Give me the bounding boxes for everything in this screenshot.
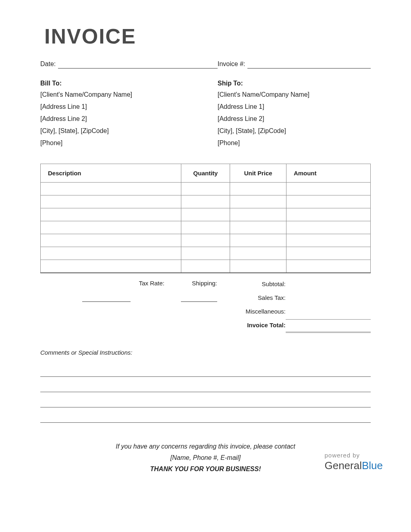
ship-to-heading: Ship To: <box>218 80 371 87</box>
qty-input[interactable] <box>181 234 230 247</box>
sales-tax-value <box>286 291 371 305</box>
bill-to-addr2: [Address Line 2] <box>40 115 218 123</box>
meta-row: Date: Invoice #: <box>40 60 371 69</box>
invoice-total-label: Invoice Total: <box>219 318 286 332</box>
desc-input[interactable] <box>41 208 181 221</box>
desc-input[interactable] <box>41 183 181 195</box>
bill-to-name: [Client's Name/Company Name] <box>40 91 218 98</box>
ship-to-phone: [Phone] <box>218 139 371 147</box>
amount-input[interactable] <box>286 234 370 247</box>
shipping-label: Shipping: <box>192 280 217 287</box>
comment-line-input[interactable] <box>40 398 371 407</box>
line-items-table: Description Quantity Unit Price Amount <box>40 164 371 273</box>
powered-by-badge: powered by GeneralBlue <box>324 452 383 472</box>
price-input[interactable] <box>230 260 286 272</box>
ship-to-city: [City], [State], [ZipCode] <box>218 127 371 135</box>
price-input[interactable] <box>230 183 286 195</box>
price-input[interactable] <box>230 208 286 221</box>
desc-input[interactable] <box>41 221 181 234</box>
bill-to-addr1: [Address Line 1] <box>40 103 218 110</box>
tax-rate-label: Tax Rate: <box>139 280 172 287</box>
miscellaneous-value <box>286 305 371 318</box>
bill-to-section: Bill To: [Client's Name/Company Name] [A… <box>40 80 218 152</box>
date-input[interactable] <box>58 60 218 69</box>
comment-line-input[interactable] <box>40 367 371 377</box>
qty-input[interactable] <box>181 183 230 195</box>
table-row <box>41 221 371 234</box>
table-row <box>41 195 371 208</box>
bill-to-heading: Bill To: <box>40 80 218 87</box>
qty-input[interactable] <box>181 247 230 260</box>
amount-input[interactable] <box>286 247 370 260</box>
desc-input[interactable] <box>41 247 181 260</box>
tax-rate-input[interactable] <box>82 295 131 302</box>
header-description: Description <box>41 164 181 183</box>
brand-name: GeneralBlue <box>324 459 383 472</box>
bill-to-phone: [Phone] <box>40 139 218 147</box>
price-input[interactable] <box>230 247 286 260</box>
table-row <box>41 183 371 195</box>
qty-input[interactable] <box>181 208 230 221</box>
qty-input[interactable] <box>181 195 230 208</box>
address-row: Bill To: [Client's Name/Company Name] [A… <box>40 80 371 152</box>
price-input[interactable] <box>230 195 286 208</box>
subtotal-value <box>286 277 371 291</box>
header-quantity: Quantity <box>181 164 230 183</box>
miscellaneous-label: Miscellaneous: <box>219 305 286 318</box>
invoice-number-label: Invoice #: <box>218 60 245 69</box>
qty-input[interactable] <box>181 260 230 272</box>
header-amount: Amount <box>286 164 370 183</box>
comment-line-input[interactable] <box>40 413 371 423</box>
amount-input[interactable] <box>286 183 370 195</box>
header-unit-price: Unit Price <box>230 164 286 183</box>
qty-input[interactable] <box>181 221 230 234</box>
desc-input[interactable] <box>41 260 181 272</box>
bill-to-city: [City], [State], [ZipCode] <box>40 127 218 135</box>
comments-label: Comments or Special Instructions: <box>40 349 371 356</box>
footer-contact-text: [Name, Phone #, E-mail] <box>40 454 371 461</box>
totals-area: Tax Rate: Shipping: Subtotal: Sales Tax:… <box>40 277 371 333</box>
ship-to-section: Ship To: [Client's Name/Company Name] [A… <box>218 80 371 152</box>
invoice-title: INVOICE <box>44 24 371 48</box>
desc-input[interactable] <box>41 234 181 247</box>
invoice-total-value <box>286 319 371 333</box>
table-row <box>41 247 371 260</box>
price-input[interactable] <box>230 221 286 234</box>
footer-concern-text: If you have any concerns regarding this … <box>40 443 371 450</box>
table-row <box>41 234 371 247</box>
powered-by-label: powered by <box>324 452 383 459</box>
amount-input[interactable] <box>286 208 370 221</box>
date-label: Date: <box>40 60 56 69</box>
ship-to-addr2: [Address Line 2] <box>218 115 371 123</box>
table-row <box>41 260 371 273</box>
price-input[interactable] <box>230 234 286 247</box>
subtotal-label: Subtotal: <box>219 277 286 291</box>
ship-to-addr1: [Address Line 1] <box>218 103 371 110</box>
table-row <box>41 208 371 221</box>
desc-input[interactable] <box>41 195 181 208</box>
invoice-number-input[interactable] <box>247 60 371 69</box>
footer: If you have any concerns regarding this … <box>40 443 371 473</box>
comments-section: Comments or Special Instructions: <box>40 349 371 423</box>
shipping-input[interactable] <box>181 295 217 302</box>
amount-input[interactable] <box>286 221 370 234</box>
amount-input[interactable] <box>286 195 370 208</box>
footer-thanks-text: THANK YOU FOR YOUR BUSINESS! <box>40 466 371 473</box>
comment-line-input[interactable] <box>40 382 371 392</box>
ship-to-name: [Client's Name/Company Name] <box>218 91 371 98</box>
amount-input[interactable] <box>286 260 370 272</box>
sales-tax-label: Sales Tax: <box>219 291 286 305</box>
